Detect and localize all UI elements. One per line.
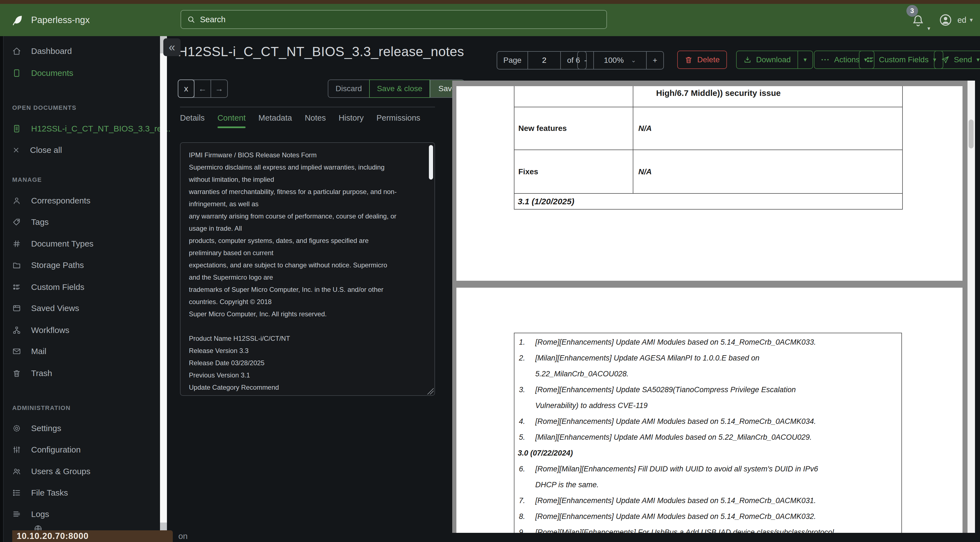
content-textarea[interactable]: IPMI Firmware / BIOS Release Notes Form … xyxy=(180,142,435,396)
sidebar-item-dashboard[interactable]: Dashboard xyxy=(12,43,72,60)
navbar: Paperless-ngx Search 3 ▾ ed ▾ xyxy=(0,4,980,36)
sidebar-item-open-document[interactable]: H12SSL-i_C_CT_NT_BIOS_3.3_rel... xyxy=(12,120,170,137)
sidebar-item-label: Tags xyxy=(31,217,49,227)
zoom-level-value: 100% xyxy=(604,56,624,65)
search-input[interactable]: Search xyxy=(181,10,607,29)
zoom-out-button[interactable]: - xyxy=(578,52,593,69)
administration-header: ADMINISTRATION xyxy=(12,405,70,412)
sidebar-item-workflows[interactable]: Workflows xyxy=(12,322,70,339)
save-actions-group: Discard Save & close Save xyxy=(328,80,465,98)
sidebar-item-correspondents[interactable]: Correspondents xyxy=(12,192,90,209)
release-notes-table: High/6.7 Middle)) security issue New fea… xyxy=(514,86,903,210)
sidebar-item-logs[interactable]: Logs xyxy=(12,505,49,523)
list-number: 8. xyxy=(514,512,535,521)
release-note-line: 2.[Milan][Enhancements] Update AGESA Mil… xyxy=(514,350,901,366)
sidebar-item-close-all[interactable]: Close all xyxy=(12,142,62,159)
list-text: [Rome][Milan][Enhancements] For UsbBus a… xyxy=(535,528,834,533)
preview-scrollbar-thumb[interactable] xyxy=(969,120,974,148)
list-number: 5. xyxy=(514,433,535,442)
sidebar-item-documents[interactable]: Documents xyxy=(12,64,73,82)
previous-document-button[interactable]: ← xyxy=(194,80,210,97)
sidebar-item-label: Trash xyxy=(31,368,52,378)
delete-button[interactable]: Delete xyxy=(677,51,727,69)
sidebar-item-mail[interactable]: Mail xyxy=(12,343,46,360)
user-avatar-icon[interactable] xyxy=(939,13,953,27)
release-note-line: 5.22_MilanCrb_0ACOU028. xyxy=(514,366,901,382)
list-text: [Rome][Enhancements] Update AMI Modules … xyxy=(535,417,816,426)
tab-notes[interactable]: Notes xyxy=(305,113,326,127)
textarea-resize-handle[interactable] xyxy=(426,387,434,394)
document-tabs: Details Content Metadata Notes History P… xyxy=(180,113,420,127)
table-cell-overflow: High/6.7 Middle)) security issue xyxy=(633,86,902,107)
custom-fields-button[interactable]: Custom Fields ▾ xyxy=(859,51,943,69)
table-row: New features N/A xyxy=(514,107,903,150)
table-row: High/6.7 Middle)) security issue xyxy=(514,86,903,107)
users-icon xyxy=(12,467,21,476)
zoom-level-select[interactable]: 100% ⌄ xyxy=(593,52,646,69)
tab-history[interactable]: History xyxy=(339,113,364,127)
save-and-close-button[interactable]: Save & close xyxy=(369,80,430,98)
download-button[interactable]: Download xyxy=(737,55,797,64)
list-number: 7. xyxy=(514,496,535,505)
document-preview[interactable]: High/6.7 Middle)) security issue New fea… xyxy=(452,81,975,533)
tab-permissions[interactable]: Permissions xyxy=(376,113,420,127)
release-note-line: 5.[Milan][Enhancements] Update AMI Modul… xyxy=(514,429,901,445)
download-icon xyxy=(743,56,752,64)
send-icon xyxy=(941,56,950,64)
send-button[interactable]: Send ▾ xyxy=(934,51,980,69)
custom-fields-icon xyxy=(866,56,875,64)
page-scrollbar-thumb[interactable] xyxy=(160,53,167,523)
list-text: Vulnerability) to address CVE-119 xyxy=(535,401,648,410)
preview-scrollbar[interactable] xyxy=(967,81,975,533)
release-note-line: 9.[Rome][Milan][Enhancements] For UsbBus… xyxy=(514,524,901,533)
sidebar-item-storage-paths[interactable]: Storage Paths xyxy=(12,257,84,274)
sidebar-item-label: Users & Groups xyxy=(31,467,90,476)
double-chevron-left-icon: « xyxy=(169,41,175,54)
sidebar-item-settings[interactable]: Settings xyxy=(12,420,61,437)
table-cell-value: N/A xyxy=(633,150,902,193)
sidebar-item-custom-fields[interactable]: Custom Fields xyxy=(12,279,84,296)
download-options-button[interactable]: ▾ xyxy=(797,51,813,69)
release-note-line: 6.[Rome][Milan][Enhancements] Fill DUID … xyxy=(514,461,901,477)
list-text: 3.0 (07/22/2024) xyxy=(518,449,573,458)
document-icon xyxy=(12,69,21,78)
next-document-button[interactable]: → xyxy=(210,80,227,97)
tab-metadata[interactable]: Metadata xyxy=(258,113,292,127)
custom-fields-button-label: Custom Fields xyxy=(879,55,929,64)
content-text: IPMI Firmware / BIOS Release Notes Form … xyxy=(189,149,425,392)
content-scrollbar-thumb[interactable] xyxy=(429,145,433,180)
app-brand[interactable]: Paperless-ngx xyxy=(11,4,90,36)
user-menu[interactable]: ed xyxy=(958,16,966,25)
zoom-control-group: - 100% ⌄ + xyxy=(577,51,664,70)
list-number: 4. xyxy=(514,417,535,426)
sidebar-item-label: Workflows xyxy=(31,325,70,335)
release-note-line: 8.[Rome][Enhancements] Update AMI Module… xyxy=(514,509,901,524)
release-note-line: 4.[Rome][Enhancements] Update AMI Module… xyxy=(514,414,901,429)
sidebar-item-configuration[interactable]: Configuration xyxy=(12,441,81,458)
page-number-input[interactable]: 2 xyxy=(528,52,560,69)
sidebar-item-saved-views[interactable]: Saved Views xyxy=(12,300,79,317)
search-icon xyxy=(187,15,196,24)
document-nav-group: x ← → xyxy=(178,80,228,98)
task-list-icon xyxy=(12,488,21,497)
document-title: H12SSL-i_C_CT_NT_BIOS_3.3_release_notes xyxy=(178,44,464,59)
sidebar-item-document-types[interactable]: Document Types xyxy=(12,235,94,252)
page-scrollbar[interactable] xyxy=(160,36,167,542)
notifications-button[interactable]: 3 ▾ xyxy=(912,9,931,31)
list-text: [Milan][Enhancements] Update AGESA Milan… xyxy=(535,354,759,362)
tab-details[interactable]: Details xyxy=(180,113,205,127)
discard-button[interactable]: Discard xyxy=(328,80,369,97)
sidebar-item-users-groups[interactable]: Users & Groups xyxy=(12,463,90,480)
zoom-in-button[interactable]: + xyxy=(646,52,663,69)
table-cell-value: N/A xyxy=(633,107,902,150)
close-document-button[interactable]: x xyxy=(178,80,194,98)
list-text: [Rome][Enhancements] Update AMI Modules … xyxy=(535,338,816,347)
collapse-sidebar-button[interactable]: « xyxy=(163,38,181,56)
delete-button-label: Delete xyxy=(697,55,720,64)
tab-content[interactable]: Content xyxy=(218,113,246,127)
sidebar-item-tags[interactable]: Tags xyxy=(12,214,49,231)
list-number: 2. xyxy=(514,354,535,362)
sidebar-item-file-tasks[interactable]: File Tasks xyxy=(12,484,68,501)
chevron-down-icon: ⌄ xyxy=(631,57,636,64)
sidebar-item-trash[interactable]: Trash xyxy=(12,365,52,382)
